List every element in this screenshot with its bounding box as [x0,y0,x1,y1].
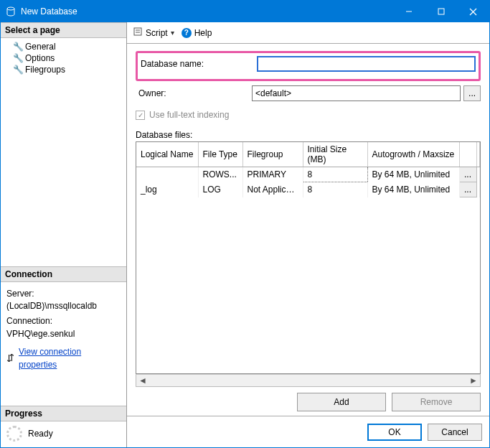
owner-label: Owner: [136,88,252,98]
cancel-button[interactable]: Cancel [428,424,482,441]
content-area: Database name: Owner: ... ✓ Use ful [127,44,489,416]
fulltext-row: ✓ Use full-text indexing [136,110,481,120]
connection-name-value: VPHQ\ege.senkul [6,328,121,340]
dialog-body: Select a page 🔧General 🔧Options 🔧Filegro… [1,22,489,447]
database-icon [5,6,17,17]
close-button[interactable] [457,1,489,22]
add-button[interactable]: Add [297,393,386,411]
col-autogrowth[interactable]: Autogrowth / Maxsize [367,142,459,167]
progress-status: Ready [28,429,53,439]
help-icon: ? [182,28,192,38]
svg-rect-5 [134,28,141,35]
right-pane: Script ▾ ? Help Database name: [127,22,489,447]
cell-filetype[interactable]: LOG [198,182,242,197]
cell-extra[interactable]: C [476,167,480,182]
window-buttons [392,1,489,22]
cell-ellipsis-button[interactable]: ... [459,167,476,182]
svg-point-0 [7,7,14,10]
cell-size[interactable]: 8 [303,182,367,197]
col-file-type[interactable]: File Type [198,142,242,167]
page-options[interactable]: 🔧Options [14,52,126,64]
highlighted-row: Database name: [136,51,481,81]
col-filegroup[interactable]: Filegroup [242,142,303,167]
wrench-icon: 🔧 [14,42,22,51]
help-button[interactable]: ? Help [182,28,212,38]
connection-header: Connection [1,266,126,282]
owner-input[interactable] [252,85,461,101]
col-logical-name[interactable]: Logical Name [136,142,198,167]
maximize-button[interactable] [425,1,457,22]
col-ellipsis[interactable] [459,142,476,167]
connection-section: Server: (LocalDB)\mssqllocaldb Connectio… [1,282,126,377]
cell-size[interactable]: 8 [303,167,367,182]
view-connection-properties-link[interactable]: View connection properties [19,346,121,371]
svg-rect-2 [438,9,444,14]
minimize-button[interactable] [392,1,425,22]
script-label: Script [146,28,168,38]
window-title: New Database [21,6,392,17]
scroll-left-icon[interactable]: ◄ [136,375,149,386]
cell-filegroup[interactable]: Not Applicable [242,182,303,197]
database-name-label: Database name: [141,59,257,69]
page-filegroups[interactable]: 🔧Filegroups [14,64,126,75]
owner-browse-button[interactable]: ... [463,85,481,101]
progress-header: Progress [1,406,126,421]
remove-button: Remove [392,393,481,411]
scroll-right-icon[interactable]: ► [467,375,480,386]
page-label: Options [25,53,55,63]
progress-section: Ready [1,421,126,447]
toolbar: Script ▾ ? Help [127,22,489,44]
col-extra[interactable]: F [476,142,480,167]
database-files-label: Database files: [136,130,481,140]
connection-name-label: Connection: [6,315,121,327]
fulltext-label: Use full-text indexing [149,110,229,120]
wrench-icon: 🔧 [14,65,22,74]
grid-header-row: Logical Name File Type Filegroup Initial… [136,142,480,167]
cell-filetype[interactable]: ROWS... [198,167,242,182]
page-general[interactable]: 🔧General [14,41,126,52]
cell-growth[interactable]: By 64 MB, Unlimited [367,182,459,197]
table-row[interactable]: ROWS... PRIMARY 8 By 64 MB, Unlimited ..… [136,167,480,182]
progress-spinner-icon [6,426,22,442]
cell-filegroup[interactable]: PRIMARY [242,167,303,182]
database-name-input[interactable] [257,56,476,72]
ok-button[interactable]: OK [367,424,422,441]
titlebar[interactable]: New Database [1,1,489,22]
horizontal-scrollbar[interactable]: ◄ ► [136,374,481,387]
cell-ellipsis-button[interactable]: ... [459,182,476,197]
cell-name[interactable]: _log [136,182,198,197]
server-value: (LocalDB)\mssqllocaldb [6,300,121,312]
select-page-header: Select a page [1,22,126,38]
fulltext-checkbox: ✓ [136,111,145,120]
add-remove-row: Add Remove [136,387,481,411]
window: New Database Select a page 🔧General 🔧Opt… [0,0,490,448]
page-label: Filegroups [25,65,65,75]
server-label: Server: [6,288,121,300]
page-label: General [25,42,56,52]
left-pane: Select a page 🔧General 🔧Options 🔧Filegro… [1,22,127,447]
table-row[interactable]: _log LOG Not Applicable 8 By 64 MB, Unli… [136,182,480,197]
page-list: 🔧General 🔧Options 🔧Filegroups [1,38,126,78]
script-button[interactable]: Script ▾ [133,27,174,39]
script-icon [133,27,143,39]
wrench-icon: 🔧 [14,54,22,62]
help-label: Help [194,28,212,38]
dropdown-icon[interactable]: ▾ [171,29,174,37]
dialog-buttons: OK Cancel [127,416,489,447]
cell-name[interactable] [136,167,198,182]
cell-extra[interactable]: C [476,182,480,197]
col-initial-size[interactable]: Initial Size (MB) [303,142,367,167]
database-files-grid[interactable]: Logical Name File Type Filegroup Initial… [136,141,481,374]
cell-growth[interactable]: By 64 MB, Unlimited [367,167,459,182]
database-files-grid-wrap: Logical Name File Type Filegroup Initial… [136,141,481,387]
connection-icon: ⇵ [6,352,14,365]
